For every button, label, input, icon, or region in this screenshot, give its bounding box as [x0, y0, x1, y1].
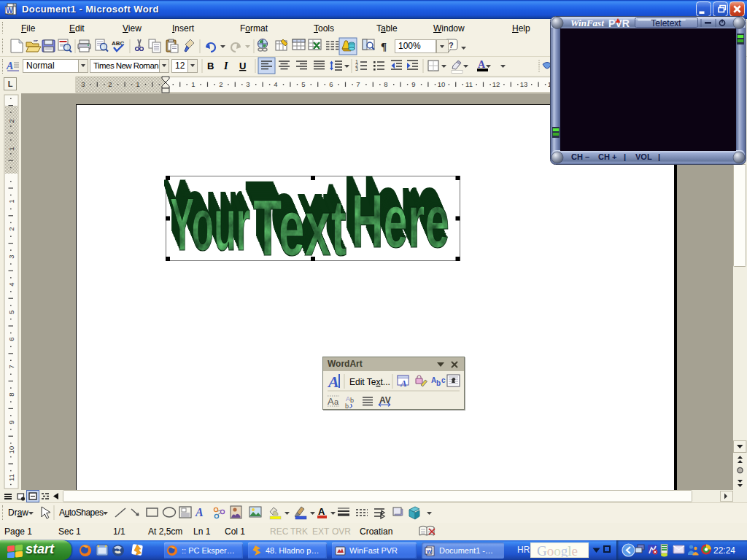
svg-text:2: 2 [219, 80, 222, 88]
svg-text:¶: ¶ [381, 41, 387, 52]
svg-text:3: 3 [7, 254, 15, 258]
svg-text:Edit Text...: Edit Text... [349, 377, 390, 387]
svg-text:A: A [478, 59, 486, 70]
svg-text:A: A [328, 396, 334, 407]
svg-text:5: 5 [7, 310, 15, 314]
svg-text:CH +: CH + [598, 152, 616, 161]
svg-text:11: 11 [465, 80, 473, 88]
svg-text:1: 1 [7, 147, 15, 150]
svg-text:AutoShapes: AutoShapes [59, 508, 104, 518]
svg-text:U: U [239, 61, 246, 71]
svg-text:5: 5 [301, 80, 305, 88]
svg-text:A: A [318, 506, 325, 517]
svg-text:|: | [658, 152, 660, 161]
svg-text:c: c [441, 376, 446, 384]
svg-text:10: 10 [438, 80, 446, 88]
svg-text:3: 3 [81, 80, 85, 88]
svg-text:W: W [427, 548, 433, 555]
svg-text:WinFast: WinFast [570, 18, 604, 28]
svg-text:Google: Google [537, 543, 578, 557]
svg-text:?: ? [449, 41, 454, 50]
svg-text:1: 1 [136, 80, 139, 88]
svg-text:A: A [195, 506, 204, 518]
svg-text:7: 7 [356, 80, 360, 88]
svg-text:Draw: Draw [8, 508, 28, 518]
svg-text:4: 4 [7, 282, 15, 286]
svg-text:b: b [436, 379, 441, 387]
svg-text:11: 11 [7, 474, 15, 481]
svg-text:9: 9 [411, 80, 415, 88]
svg-text:Text: Text [253, 182, 347, 264]
svg-text:10: 10 [7, 446, 15, 454]
svg-text:6: 6 [329, 80, 333, 88]
svg-text:2: 2 [7, 119, 15, 122]
svg-text:7: 7 [7, 365, 15, 368]
svg-text:A: A [327, 373, 339, 391]
svg-text:A: A [6, 61, 13, 71]
svg-text:I: I [223, 61, 228, 71]
svg-text:3: 3 [355, 66, 358, 71]
svg-text:6: 6 [7, 337, 15, 341]
svg-text:1: 1 [7, 199, 15, 203]
svg-text:PVR: PVR [608, 18, 630, 29]
svg-text:W: W [6, 7, 13, 15]
svg-text:4: 4 [274, 80, 277, 88]
svg-text:B: B [207, 61, 214, 71]
svg-text:b: b [345, 402, 349, 409]
svg-text:1: 1 [191, 80, 195, 88]
svg-text:8: 8 [7, 392, 15, 396]
svg-text:13: 13 [520, 80, 528, 88]
svg-text:2: 2 [7, 227, 15, 230]
svg-text:Teletext: Teletext [651, 18, 681, 28]
svg-text:CH –: CH – [571, 152, 589, 161]
svg-text:3: 3 [246, 80, 249, 88]
svg-text:9: 9 [7, 420, 15, 424]
svg-text:12: 12 [492, 80, 500, 88]
svg-text:Here: Here [352, 179, 449, 263]
svg-text:a: a [334, 397, 339, 406]
svg-text:b: b [350, 397, 354, 404]
svg-text:|: | [624, 152, 626, 161]
svg-text:8: 8 [384, 80, 387, 88]
svg-text:Your: Your [170, 183, 250, 264]
svg-text:2: 2 [108, 80, 112, 88]
svg-text:VOL: VOL [635, 152, 652, 161]
svg-text:A: A [400, 378, 407, 389]
